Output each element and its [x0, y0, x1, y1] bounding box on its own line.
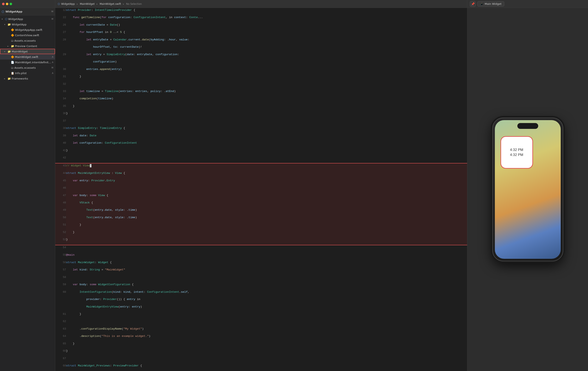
table-row: 52 } — [55, 230, 467, 237]
project-badge: M — [52, 10, 53, 13]
widget-container: 4:32 PM 4:32 PM — [501, 137, 532, 168]
iphone-mockup: 4:32 PM 4:32 PM — [492, 118, 563, 261]
power-button — [563, 143, 563, 153]
close-button[interactable] — [2, 3, 5, 5]
table-row: 38 struct SimpleEntry: TimelineEntry { — [55, 126, 467, 133]
window-controls — [0, 0, 55, 8]
sidebar: ⬡ WidgetApp M ▾ ⬡ WidgetApp M ▾ 📁 Widget… — [0, 0, 55, 371]
folder-icon: ⬡ — [5, 18, 7, 20]
table-row: 30 entries.append(entry) — [55, 67, 467, 74]
sidebar-item-mainwidget-swift[interactable]: 🔶 MainWidget.swift A — [0, 54, 55, 60]
sidebar-item-frameworks[interactable]: ▸ 📁 Frameworks — [0, 76, 55, 81]
widget-time-1: 4:32 PM — [510, 148, 523, 152]
sidebar-item-widgetapp-group[interactable]: ▾ 📁 WidgetApp — [0, 22, 55, 27]
power-button2 — [563, 158, 563, 168]
table-row: 41 } — [55, 148, 467, 156]
swift-icon: 🔶 — [11, 34, 14, 37]
pin-button[interactable]: 📌 — [470, 1, 476, 7]
table-row: 47 var body: some View { — [55, 193, 467, 201]
table-row: 34 completion(timeline) — [55, 96, 467, 104]
mute-button — [492, 139, 493, 145]
code-content[interactable]: 12 struct Provider: IntentTimelineProvid… — [55, 8, 467, 371]
table-row: 32 — [55, 82, 467, 89]
preview-toolbar: 📌 📱 Main Widget — [467, 0, 588, 8]
sidebar-item-assets[interactable]: 🗂 Assets.xcassets — [0, 38, 55, 43]
sidebar-item-contentview[interactable]: 🔶 ContentView.swift — [0, 32, 55, 38]
widget: 4:32 PM 4:32 PM — [501, 137, 532, 168]
table-row: 40 let configuration: ConfigurationInten… — [55, 141, 467, 148]
table-row: 56 struct MainWidget: Widget { — [55, 260, 467, 268]
table-row: 42 — [55, 156, 467, 163]
sidebar-item-infoplist[interactable]: 📋 Info.plist A — [0, 70, 55, 76]
editor-breadcrumb: ⬡ WidgetApp ▸ MainWidget ▸ MainWidget.sw… — [55, 0, 467, 8]
volume-up-button — [492, 149, 493, 161]
table-row: 48 VStack { — [55, 201, 467, 208]
table-row: 29 let entry = SimpleEntry(date: entryDa… — [55, 52, 467, 60]
preview-label[interactable]: 📱 Main Widget — [477, 1, 504, 6]
table-row: 57 let kind: String = "MainWidget" — [55, 268, 467, 275]
table-row: 66 } — [55, 349, 467, 356]
sidebar-item-intentdef[interactable]: 📄 MainWidget.intentdefinit... A — [0, 60, 55, 65]
sidebar-item-widgetappapp[interactable]: 🔶 WidgetAppApp.swift — [0, 27, 55, 32]
preview-body: 4:32 PM 4:32 PM — [467, 8, 588, 371]
table-row: configuration) — [55, 60, 467, 67]
maximize-button[interactable] — [10, 3, 12, 5]
chevron-right-icon: ▸ — [4, 78, 7, 80]
table-row: 37 — [55, 119, 467, 126]
table-row: 61 } — [55, 312, 467, 319]
plist-icon: 📋 — [11, 72, 14, 75]
swift-icon: 🔶 — [11, 28, 14, 31]
volume-down-button — [492, 164, 493, 175]
chevron-right-icon: ▸ — [8, 45, 10, 47]
table-row: 50 Text(entry.date, style: .time) — [55, 215, 467, 222]
xcode-icon: ⬡ — [58, 2, 60, 5]
table-row: 55 @main — [55, 253, 467, 260]
table-row: 54 — [55, 245, 467, 253]
table-row: MainWidgetEntryView(entry: entry) — [55, 305, 467, 312]
table-row: 44 struct MainWidgetEntryView : View { — [55, 171, 467, 178]
table-row: 12 struct Provider: IntentTimelineProvid… — [55, 8, 467, 15]
table-row: 28 let entryDate = Calendar.current.date… — [55, 38, 467, 45]
sidebar-item-mainwidget-group[interactable]: ▾ 📁 MainWidget — [0, 49, 55, 54]
minimize-button[interactable] — [6, 3, 8, 5]
table-row: 27 for hourOffset in 0 ..< 5 { — [55, 30, 467, 37]
table-row: 63 .configurationDisplayName("My Widget"… — [55, 327, 467, 334]
table-row: 31 } — [55, 74, 467, 82]
table-row: 53 } — [55, 237, 467, 245]
chevron-down-icon: ▾ — [4, 23, 7, 26]
table-row: 46 — [55, 186, 467, 193]
table-row: 64 .description("This is an example widg… — [55, 334, 467, 341]
table-row: 60 IntentConfiguration(kind: kind, inten… — [55, 290, 467, 297]
table-row: hourOffset, to: currentDate)! — [55, 45, 467, 52]
table-row: 51 } — [55, 222, 467, 230]
chevron-down-icon: ▾ — [4, 50, 7, 53]
iphone-screen: 4:32 PM 4:32 PM — [495, 120, 561, 259]
sidebar-item-preview-content[interactable]: ▸ 📁 Preview Content — [0, 43, 55, 49]
xcassets-icon: 🗂 — [11, 66, 13, 69]
table-row: 68 struct MainWidget_Previews: PreviewPr… — [55, 363, 467, 371]
project-header: ⬡ WidgetApp M — [0, 8, 55, 15]
intent-icon: 📄 — [11, 61, 14, 64]
xcassets-icon: 🗂 — [11, 39, 13, 42]
swift-icon: 🔶 — [11, 55, 14, 59]
folder-icon: 📁 — [8, 50, 11, 53]
folder-icon: 📁 — [8, 23, 11, 26]
table-row: 65 } — [55, 341, 467, 349]
table-row: 33 let timeline = Timeline(entries: entr… — [55, 89, 467, 96]
folder-icon: 📁 — [11, 45, 14, 48]
table-row: 49 Text(entry.date, style: .time) — [55, 208, 467, 215]
table-row: 22 func getTimeline(for configuration: C… — [55, 15, 467, 22]
code-editor: ⬡ WidgetApp ▸ MainWidget ▸ MainWidget.sw… — [55, 0, 467, 371]
table-row: 59 var body: some WidgetConfiguration { — [55, 282, 467, 290]
xcode-icon: ⬡ — [2, 10, 4, 13]
sidebar-item-widgetapp-root[interactable]: ▾ ⬡ WidgetApp M — [0, 16, 55, 22]
table-row: 62 — [55, 319, 467, 326]
widget-time-2: 4:32 PM — [510, 153, 523, 157]
file-tree: ▾ ⬡ WidgetApp M ▾ 📁 WidgetApp 🔶 WidgetAp… — [0, 15, 55, 371]
table-row: 58 — [55, 275, 467, 282]
sidebar-item-assets2[interactable]: 🗂 Assets.xcassets M — [0, 65, 55, 70]
table-row: 36 } — [55, 111, 467, 119]
table-row: 45 var entry: Provider.Entry — [55, 178, 467, 186]
iphone-notch — [517, 123, 538, 129]
table-row: provider: Provider()) { entry in — [55, 297, 467, 304]
